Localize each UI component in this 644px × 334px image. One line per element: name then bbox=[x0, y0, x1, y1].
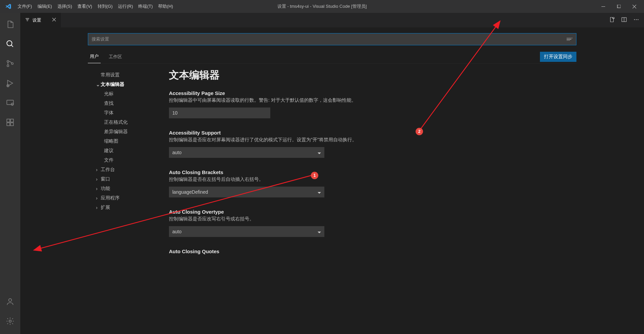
chevron-down-icon bbox=[318, 189, 321, 195]
setting-auto-closing-brackets: Auto Closing Brackets 控制编辑器是否在左括号后自动插入右括… bbox=[169, 169, 576, 197]
menu-goto[interactable]: 转到(G) bbox=[95, 1, 116, 11]
setting-title: Auto Closing Overtype bbox=[169, 209, 576, 215]
toc-window[interactable]: ›窗口 bbox=[93, 174, 162, 184]
source-control-icon[interactable] bbox=[2, 55, 18, 72]
toc-files[interactable]: 文件 bbox=[93, 156, 162, 165]
settings-tab[interactable]: 设置 bbox=[20, 13, 61, 27]
minimize-button[interactable] bbox=[595, 0, 611, 13]
toc-font[interactable]: 字体 bbox=[93, 108, 162, 118]
setting-desc: 控制编辑器是否应改写右引号或右括号。 bbox=[169, 216, 576, 222]
svg-point-19 bbox=[638, 19, 638, 20]
svg-rect-11 bbox=[7, 123, 10, 126]
settings-gear-icon[interactable] bbox=[2, 313, 18, 329]
search-icon[interactable] bbox=[2, 36, 18, 52]
vscode-icon bbox=[5, 3, 11, 9]
toc-suggest[interactable]: 建议 bbox=[93, 146, 162, 156]
accessibility-support-select[interactable]: auto bbox=[169, 147, 324, 158]
setting-desc: 控制编辑器是否在左括号后自动插入右括号。 bbox=[169, 176, 576, 183]
setting-title: Accessibility Page Size bbox=[169, 90, 576, 96]
close-button[interactable] bbox=[626, 0, 642, 13]
open-settings-json-icon[interactable] bbox=[609, 17, 615, 24]
svg-rect-8 bbox=[7, 100, 14, 104]
toc-extensions[interactable]: ›扩展 bbox=[93, 203, 162, 212]
window-title: 设置 - tms4sy-ui - Visual Studio Code [管理员… bbox=[277, 3, 367, 9]
toc-formatting[interactable]: 正在格式化 bbox=[93, 118, 162, 127]
account-icon[interactable] bbox=[2, 293, 18, 310]
setting-accessibility-support: Accessibility Support 控制编辑器是否应在对屏幕阅读器进行了… bbox=[169, 130, 576, 158]
svg-point-15 bbox=[9, 320, 11, 323]
toc-features[interactable]: ›功能 bbox=[93, 184, 162, 193]
debug-icon[interactable] bbox=[2, 75, 18, 91]
svg-point-5 bbox=[7, 65, 9, 67]
chevron-right-icon: › bbox=[96, 176, 101, 182]
close-tab-icon[interactable] bbox=[52, 18, 56, 23]
scope-tab-workspace[interactable]: 工作区 bbox=[107, 50, 124, 63]
toc-common[interactable]: 常用设置 bbox=[93, 70, 162, 80]
svg-rect-0 bbox=[601, 6, 605, 7]
chevron-right-icon: › bbox=[96, 167, 101, 172]
svg-rect-13 bbox=[10, 119, 14, 122]
filter-icon bbox=[25, 17, 30, 23]
menu-terminal[interactable]: 终端(T) bbox=[135, 1, 155, 11]
setting-title: Auto Closing Brackets bbox=[169, 169, 576, 175]
tab-label: 设置 bbox=[32, 17, 41, 23]
menu-edit[interactable]: 编辑(E) bbox=[35, 1, 55, 11]
chevron-right-icon: › bbox=[96, 186, 101, 191]
chevron-right-icon: › bbox=[96, 195, 101, 201]
settings-body: 搜索设置 用户 工作区 打开设置同步 常用设置 ⌄文本编辑器 光标 查找 bbox=[20, 28, 644, 334]
setting-title: Accessibility Support bbox=[169, 130, 576, 136]
svg-point-14 bbox=[9, 299, 12, 302]
toc-workbench[interactable]: ›工作台 bbox=[93, 165, 162, 174]
split-editor-icon[interactable] bbox=[621, 17, 627, 24]
setting-auto-closing-overtype: Auto Closing Overtype 控制编辑器是否应改写右引号或右括号。… bbox=[169, 209, 576, 237]
menu-file[interactable]: 文件(F) bbox=[15, 1, 35, 11]
setting-desc: 控制编辑器中可由屏幕阅读器读取的行数。警告: 对于大于默认值的数字，这会影响性能… bbox=[169, 97, 576, 103]
toc-cursor[interactable]: 光标 bbox=[93, 89, 162, 99]
svg-point-9 bbox=[11, 103, 14, 105]
remote-icon[interactable] bbox=[2, 95, 18, 111]
chevron-down-icon bbox=[318, 150, 321, 155]
menu-run[interactable]: 运行(R) bbox=[115, 1, 135, 11]
svg-rect-2 bbox=[618, 5, 621, 8]
setting-accessibility-page-size: Accessibility Page Size 控制编辑器中可由屏幕阅读器读取的… bbox=[169, 90, 576, 118]
svg-rect-10 bbox=[7, 119, 10, 122]
settings-sync-button[interactable]: 打开设置同步 bbox=[540, 52, 576, 62]
svg-point-18 bbox=[636, 19, 637, 20]
menu-select[interactable]: 选择(S) bbox=[55, 1, 75, 11]
toc-text-editor[interactable]: ⌄文本编辑器 bbox=[93, 80, 162, 89]
page-size-input[interactable] bbox=[169, 108, 270, 118]
svg-point-17 bbox=[634, 19, 635, 20]
settings-search-input[interactable]: 搜索设置 bbox=[88, 33, 576, 45]
setting-auto-closing-quotes: Auto Closing Quotes bbox=[169, 248, 576, 254]
extensions-icon[interactable] bbox=[2, 114, 18, 130]
setting-desc: 控制编辑器是否应在对屏幕阅读器进行了优化的模式下运行。设置为"开"将禁用自动换行… bbox=[169, 137, 576, 143]
section-heading: 文本编辑器 bbox=[169, 68, 576, 82]
toc-application[interactable]: ›应用程序 bbox=[93, 193, 162, 203]
svg-point-3 bbox=[7, 41, 12, 46]
maximize-button[interactable] bbox=[611, 0, 626, 13]
toc-find[interactable]: 查找 bbox=[93, 99, 162, 108]
scope-tab-user[interactable]: 用户 bbox=[88, 50, 101, 63]
explorer-icon[interactable] bbox=[2, 16, 18, 32]
editor-tabbar: 设置 bbox=[20, 13, 644, 28]
settings-content[interactable]: 文本编辑器 Accessibility Page Size 控制编辑器中可由屏幕… bbox=[162, 68, 576, 334]
menu-view[interactable]: 查看(V) bbox=[75, 1, 95, 11]
auto-closing-overtype-select[interactable]: auto bbox=[169, 226, 324, 237]
svg-rect-12 bbox=[10, 123, 14, 126]
titlebar: 文件(F) 编辑(E) 选择(S) 查看(V) 转到(G) 运行(R) 终端(T… bbox=[0, 0, 644, 13]
setting-title: Auto Closing Quotes bbox=[169, 248, 576, 254]
settings-scope-row: 用户 工作区 打开设置同步 bbox=[88, 50, 576, 64]
chevron-down-icon: ⌄ bbox=[96, 82, 101, 87]
chevron-right-icon: › bbox=[96, 205, 101, 210]
auto-closing-brackets-select[interactable]: languageDefined bbox=[169, 187, 324, 197]
chevron-down-icon bbox=[318, 229, 321, 234]
search-placeholder: 搜索设置 bbox=[92, 36, 109, 42]
activity-bar bbox=[0, 13, 20, 334]
menu-help[interactable]: 帮助(H) bbox=[155, 1, 176, 11]
toc-diff[interactable]: 差异编辑器 bbox=[93, 127, 162, 137]
search-filter-icon[interactable] bbox=[567, 38, 573, 41]
settings-toc: 常用设置 ⌄文本编辑器 光标 查找 字体 正在格式化 差异编辑器 缩略图 建议 … bbox=[88, 68, 162, 334]
toc-minimap[interactable]: 缩略图 bbox=[93, 137, 162, 146]
svg-point-4 bbox=[7, 61, 9, 62]
more-actions-icon[interactable] bbox=[633, 17, 639, 24]
